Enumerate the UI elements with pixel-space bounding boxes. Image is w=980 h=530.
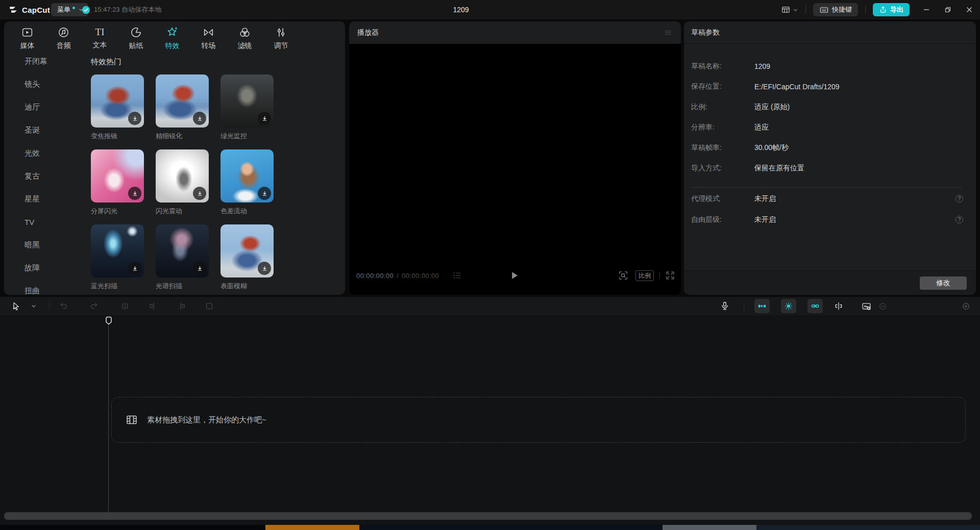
- draft-panel-footer: 修改: [684, 270, 976, 295]
- restore-button[interactable]: [937, 0, 959, 19]
- export-button[interactable]: 导出: [873, 3, 910, 16]
- close-button[interactable]: [959, 0, 980, 19]
- tab-adjust[interactable]: 调节: [263, 24, 299, 56]
- effect-label: 绿光监控: [220, 132, 274, 141]
- category-item[interactable]: 扭曲: [4, 280, 86, 295]
- filter-icon: [238, 26, 251, 39]
- delete-clip-button[interactable]: [202, 297, 216, 315]
- effect-card[interactable]: 表面模糊: [220, 224, 274, 291]
- timeline-area[interactable]: 素材拖拽到这里，开始你的大作吧~: [0, 315, 980, 525]
- effect-thumbnail: [220, 149, 274, 203]
- divider: [744, 302, 744, 310]
- zoom-in-icon[interactable]: [959, 297, 972, 315]
- effect-label: 光谱扫描: [156, 282, 209, 291]
- draft-panel-title: 草稿参数: [684, 21, 976, 44]
- media-dropzone[interactable]: 素材拖拽到这里，开始你的大作吧~: [111, 397, 966, 443]
- effect-card[interactable]: 变焦推镜: [91, 74, 144, 141]
- effects-icon: [166, 26, 179, 39]
- magnetic-snap-toggle[interactable]: [754, 299, 770, 313]
- ratio-button[interactable]: 比例: [635, 269, 654, 282]
- effect-card[interactable]: 光谱扫描: [156, 224, 209, 291]
- row-label: 代理模式: [691, 194, 754, 204]
- category-item[interactable]: 复古: [4, 165, 86, 188]
- menu-notification-dot: [72, 7, 75, 9]
- effect-label: 精细锐化: [156, 132, 209, 141]
- category-item[interactable]: 迪厅: [4, 96, 86, 119]
- effect-card[interactable]: 分屏闪光: [91, 149, 144, 216]
- effect-card[interactable]: 精细锐化: [156, 74, 209, 141]
- adjust-icon: [275, 26, 287, 39]
- link-clips-toggle[interactable]: [807, 299, 823, 313]
- delete-left-button[interactable]: [146, 297, 160, 315]
- category-item[interactable]: 开闭幕: [4, 50, 86, 73]
- category-item[interactable]: TV: [4, 211, 86, 234]
- record-audio-button[interactable]: [718, 297, 732, 315]
- category-item[interactable]: 光效: [4, 142, 86, 165]
- ratio-label: 比例: [635, 270, 654, 281]
- effect-thumbnail: [156, 149, 209, 203]
- category-item[interactable]: 镜头: [4, 73, 86, 96]
- delete-right-button[interactable]: [174, 297, 188, 315]
- modify-button[interactable]: 修改: [920, 276, 967, 290]
- playhead[interactable]: [105, 316, 112, 325]
- row-value: 30.00帧/秒: [754, 143, 789, 153]
- divider: [691, 187, 962, 188]
- effect-label: 分屏闪光: [91, 207, 144, 216]
- effect-card[interactable]: 闪光震动: [156, 149, 209, 216]
- select-tool-dropdown[interactable]: [29, 297, 39, 315]
- help-icon[interactable]: ?: [955, 195, 963, 203]
- category-item[interactable]: 暗黑: [4, 234, 86, 257]
- cover-settings-button[interactable]: [859, 297, 873, 315]
- download-icon: [193, 187, 206, 200]
- effect-card[interactable]: 蓝光扫描: [91, 224, 144, 291]
- row-label: 草稿名称:: [691, 62, 754, 71]
- download-icon: [258, 262, 271, 275]
- chevron-down-icon: [793, 7, 798, 13]
- effect-label: 闪光震动: [156, 207, 209, 216]
- capcut-window: CapCut 菜单 15:47:23 自动保存本地 1209: [0, 0, 980, 530]
- tab-text[interactable]: TI 文本: [82, 24, 118, 56]
- fullscreen-icon[interactable]: [665, 269, 676, 282]
- play-button[interactable]: [507, 269, 521, 282]
- row-label: 草稿帧率:: [691, 143, 754, 153]
- category-item[interactable]: 星星: [4, 188, 86, 211]
- app-logo: CapCut: [8, 0, 50, 19]
- export-icon: [879, 6, 887, 14]
- row-value: 未开启: [754, 215, 776, 224]
- effect-card[interactable]: 色差流动: [220, 149, 274, 216]
- category-item[interactable]: 故障: [4, 257, 86, 280]
- preview-quality-icon[interactable]: [618, 269, 629, 282]
- tab-filter[interactable]: 滤镜: [227, 24, 263, 56]
- horizontal-scrollbar[interactable]: [4, 512, 972, 520]
- select-tool-button[interactable]: [9, 297, 23, 315]
- tab-label: 媒体: [20, 41, 35, 51]
- time-separator: /: [397, 272, 399, 280]
- help-icon[interactable]: ?: [955, 216, 963, 223]
- category-item[interactable]: 圣诞: [4, 119, 86, 142]
- audio-icon: [57, 26, 70, 39]
- player-viewport: [349, 44, 681, 295]
- preview-axis-toggle[interactable]: [831, 297, 846, 315]
- row-value: 未开启: [754, 194, 776, 204]
- frame-list-icon: [451, 269, 462, 282]
- tab-sticker[interactable]: 贴纸: [118, 24, 154, 56]
- playhead-line: [108, 325, 109, 512]
- minimize-button[interactable]: [916, 0, 937, 19]
- timeline-toolbar: [0, 297, 980, 315]
- effect-label: 变焦推镜: [91, 132, 144, 141]
- taskbar-peek: [0, 525, 980, 530]
- undo-button[interactable]: [57, 297, 71, 315]
- split-clip-button[interactable]: [118, 297, 132, 315]
- auto-link-toggle[interactable]: [781, 299, 796, 313]
- tab-effects[interactable]: 特效: [154, 24, 190, 56]
- download-icon: [128, 112, 141, 125]
- player-menu-icon[interactable]: [664, 28, 673, 37]
- autosave-status: 15:47:23 自动保存本地: [82, 0, 161, 19]
- zoom-out-icon[interactable]: [876, 297, 889, 315]
- shortcuts-button[interactable]: 快捷键: [813, 3, 858, 16]
- export-label: 导出: [890, 5, 903, 14]
- tab-transition[interactable]: 转场: [190, 24, 227, 56]
- redo-button[interactable]: [86, 297, 101, 315]
- effect-card[interactable]: 绿光监控: [220, 74, 274, 141]
- layout-switch-button[interactable]: [781, 5, 798, 15]
